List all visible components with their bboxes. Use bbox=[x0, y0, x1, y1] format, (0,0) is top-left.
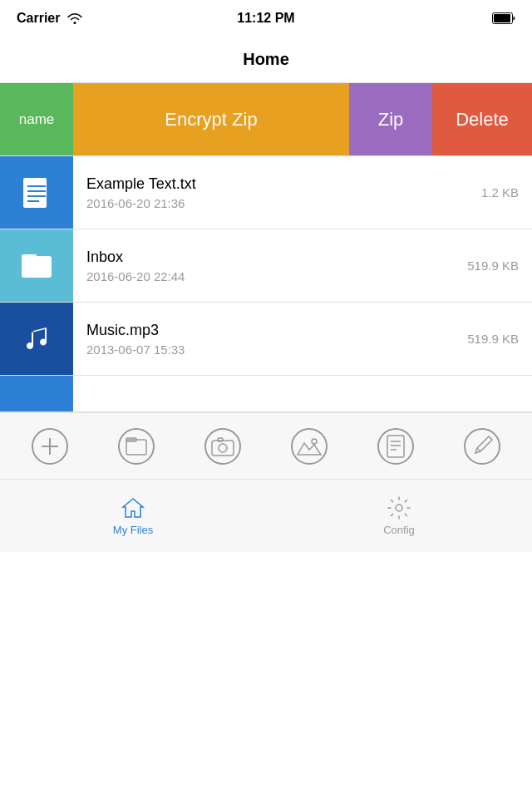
svg-point-23 bbox=[312, 439, 317, 444]
file-date: 2016-06-20 22:44 bbox=[86, 269, 454, 283]
file-size: 1.2 KB bbox=[481, 185, 532, 200]
carrier-label: Carrier bbox=[17, 11, 60, 26]
file-icon-music bbox=[0, 303, 73, 376]
folder-button[interactable] bbox=[113, 423, 160, 470]
svg-rect-18 bbox=[212, 441, 234, 456]
file-item-example-text[interactable]: Example Text.txt 2016-06-20 21:36 1.2 KB bbox=[0, 156, 532, 229]
file-item-example-folder[interactable]: Example Folder 2016-06-20 21:35 291.7 KB… bbox=[0, 83, 532, 156]
document-button[interactable] bbox=[372, 423, 419, 470]
svg-line-30 bbox=[477, 448, 480, 451]
gear-icon bbox=[387, 495, 411, 520]
status-bar: Carrier 11:12 PM bbox=[0, 0, 532, 37]
wifi-icon bbox=[66, 12, 83, 25]
file-info-music: Music.mp3 2013-06-07 15:33 bbox=[73, 322, 467, 357]
page-title: Home bbox=[243, 50, 289, 69]
file-date: 2016-06-20 21:36 bbox=[86, 196, 468, 210]
document-icon bbox=[376, 426, 416, 466]
tab-config-label: Config bbox=[383, 524, 415, 536]
svg-point-31 bbox=[396, 505, 402, 511]
add-icon bbox=[30, 426, 70, 466]
file-size: 519.9 KB bbox=[467, 332, 532, 346]
file-item-partial[interactable] bbox=[0, 376, 532, 412]
file-size: 519.9 KB bbox=[467, 259, 532, 273]
svg-marker-22 bbox=[298, 443, 321, 455]
file-list: Example Folder 2016-06-20 21:35 291.7 KB… bbox=[0, 83, 532, 412]
swipe-actions: name Encrypt Zip Zip Delete bbox=[0, 83, 532, 155]
edit-button[interactable] bbox=[459, 423, 505, 470]
edit-icon bbox=[462, 426, 502, 466]
svg-point-21 bbox=[292, 429, 327, 464]
image-icon bbox=[289, 426, 329, 466]
svg-rect-20 bbox=[218, 438, 223, 441]
svg-rect-25 bbox=[387, 436, 404, 457]
file-item-music[interactable]: Music.mp3 2013-06-07 15:33 519.9 KB bbox=[0, 303, 532, 376]
image-button[interactable] bbox=[286, 423, 332, 470]
svg-point-24 bbox=[378, 429, 413, 464]
home-icon bbox=[121, 495, 145, 520]
tab-my-files[interactable]: My Files bbox=[0, 480, 266, 552]
status-time: 11:12 PM bbox=[237, 11, 294, 26]
file-date: 2013-06-07 15:33 bbox=[86, 342, 454, 357]
file-name: Inbox bbox=[86, 249, 454, 266]
svg-point-29 bbox=[465, 429, 500, 464]
camera-icon bbox=[203, 426, 243, 466]
delete-action[interactable]: Delete bbox=[432, 83, 532, 155]
text-file-icon bbox=[18, 175, 55, 211]
tab-my-files-label: My Files bbox=[113, 524, 153, 536]
svg-rect-1 bbox=[494, 14, 510, 22]
file-name: Example Text.txt bbox=[86, 175, 468, 193]
svg-point-19 bbox=[219, 444, 227, 452]
music-icon bbox=[18, 321, 55, 357]
svg-rect-4 bbox=[23, 178, 47, 208]
file-icon-inbox bbox=[0, 229, 73, 303]
camera-button[interactable] bbox=[200, 423, 246, 470]
file-item-inbox[interactable]: Inbox 2016-06-20 22:44 519.9 KB bbox=[0, 229, 532, 303]
encrypt-zip-action[interactable]: Encrypt Zip bbox=[73, 83, 349, 155]
status-left: Carrier bbox=[17, 11, 83, 26]
folder-open-icon bbox=[116, 426, 156, 466]
svg-rect-10 bbox=[22, 254, 37, 259]
svg-point-17 bbox=[205, 429, 240, 464]
nav-bar: Home bbox=[0, 37, 532, 83]
status-right bbox=[492, 12, 515, 24]
toolbar bbox=[0, 412, 532, 479]
file-info-text: Example Text.txt 2016-06-20 21:36 bbox=[73, 175, 481, 210]
tab-bar: My Files Config bbox=[0, 479, 532, 552]
rename-action[interactable]: name bbox=[0, 83, 73, 155]
inbox-folder-icon bbox=[18, 248, 55, 284]
zip-action[interactable]: Zip bbox=[349, 83, 432, 155]
file-icon-text bbox=[0, 156, 73, 229]
tab-config[interactable]: Config bbox=[266, 480, 532, 552]
file-info-inbox: Inbox 2016-06-20 22:44 bbox=[73, 249, 467, 283]
file-name: Music.mp3 bbox=[86, 322, 454, 339]
battery-icon bbox=[492, 12, 515, 24]
svg-point-14 bbox=[119, 429, 154, 464]
file-icon-partial bbox=[0, 376, 73, 412]
add-button[interactable] bbox=[27, 423, 73, 470]
